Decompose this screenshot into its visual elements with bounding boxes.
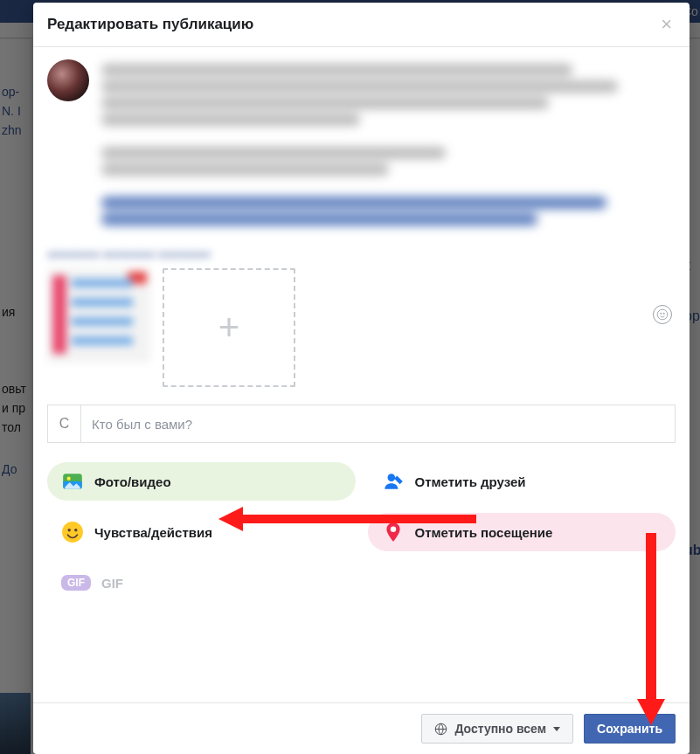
hashtags-blurred: ######### ######### #########	[47, 249, 676, 261]
gif-icon: GIF	[61, 575, 91, 591]
privacy-selector[interactable]: Доступно всем	[421, 714, 573, 744]
thumb-badge	[128, 272, 147, 284]
globe-icon	[434, 723, 447, 736]
modal-header: Редактировать публикацию ×	[33, 3, 690, 47]
svg-point-8	[67, 529, 70, 531]
post-text-blurred[interactable]	[101, 59, 676, 230]
save-label: Сохранить	[597, 722, 662, 736]
plus-icon: +	[218, 309, 240, 346]
emoji-picker-button[interactable]	[653, 305, 672, 324]
svg-point-1	[661, 313, 662, 314]
option-feelings[interactable]: Чувства/действия	[47, 513, 356, 551]
edit-post-modal: Редактировать публикацию ×	[33, 3, 690, 754]
tag-with-prefix: С	[48, 405, 81, 442]
attachments-row: +	[47, 268, 676, 387]
svg-point-6	[387, 474, 395, 481]
post-options: Фото/видео Отметить друзей Чувства/дейст…	[47, 462, 676, 602]
close-button[interactable]: ×	[657, 15, 676, 34]
attached-image-thumb[interactable]	[47, 268, 150, 363]
svg-point-0	[657, 309, 668, 320]
option-label: Фото/видео	[94, 474, 171, 489]
modal-footer: Доступно всем Сохранить	[33, 702, 690, 754]
svg-point-7	[62, 522, 83, 543]
option-label: Отметить друзей	[415, 474, 526, 489]
option-gif[interactable]: GIF GIF	[47, 564, 356, 602]
option-check-in[interactable]: Отметить посещение	[368, 513, 676, 551]
modal-body: ######### ######### ######### + С Фото/в…	[33, 47, 690, 702]
add-media-button[interactable]: +	[163, 268, 295, 387]
option-label: GIF	[101, 576, 123, 591]
svg-point-5	[67, 477, 71, 481]
modal-title: Редактировать публикацию	[47, 16, 253, 33]
option-label: Отметить посещение	[415, 525, 553, 540]
option-label: Чувства/действия	[94, 525, 212, 540]
emoji-icon	[656, 308, 669, 321]
option-photo-video[interactable]: Фото/видео	[47, 462, 356, 501]
tag-with-field: С	[47, 405, 676, 443]
tag-with-input[interactable]	[81, 405, 675, 442]
option-tag-friends[interactable]: Отметить друзей	[368, 462, 676, 501]
tag-friends-icon	[382, 470, 405, 493]
photo-icon	[61, 470, 84, 493]
feelings-icon	[61, 521, 84, 543]
svg-point-10	[390, 527, 396, 533]
avatar[interactable]	[47, 59, 89, 101]
svg-point-9	[74, 529, 77, 531]
close-icon: ×	[661, 13, 672, 35]
post-content-row	[47, 59, 676, 230]
privacy-label: Доступно всем	[454, 722, 546, 736]
checkin-icon	[382, 521, 405, 543]
save-button[interactable]: Сохранить	[584, 714, 676, 744]
svg-point-2	[663, 313, 664, 314]
chevron-down-icon	[553, 727, 560, 731]
